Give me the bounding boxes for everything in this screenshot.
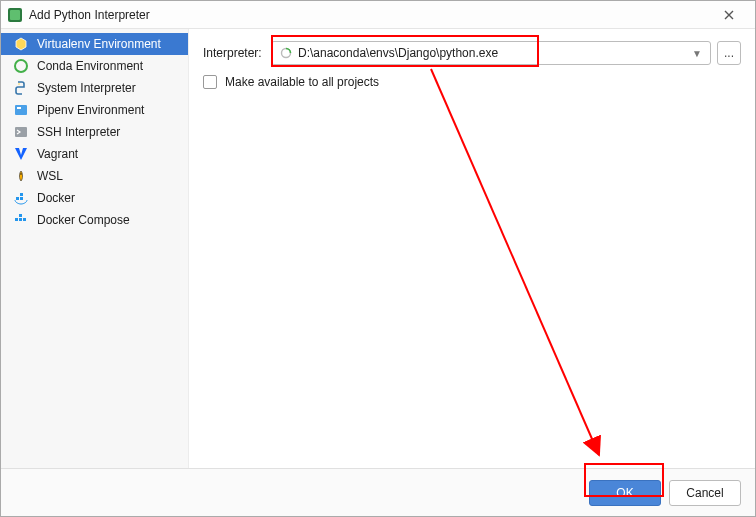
- interpreter-value: D:\anaconda\envs\Django\python.exe: [298, 46, 692, 60]
- ellipsis-label: ...: [724, 46, 734, 60]
- loading-spinner-icon: [280, 47, 292, 59]
- content-area: Virtualenv Environment Conda Environment…: [1, 29, 755, 468]
- sidebar-item-pipenv[interactable]: Pipenv Environment: [1, 99, 188, 121]
- vagrant-icon: [13, 146, 29, 162]
- virtualenv-icon: [13, 36, 29, 52]
- interpreter-combobox[interactable]: D:\anaconda\envs\Django\python.exe ▼: [271, 41, 711, 65]
- wsl-icon: [13, 168, 29, 184]
- svg-rect-11: [15, 218, 18, 221]
- app-icon: [7, 7, 23, 23]
- interpreter-label: Interpreter:: [203, 46, 271, 60]
- ok-label: OK: [616, 486, 633, 500]
- sidebar-item-label: WSL: [37, 169, 63, 183]
- sidebar-item-label: Vagrant: [37, 147, 78, 161]
- sidebar-item-label: Docker: [37, 191, 75, 205]
- main-panel: Interpreter: D:\anaconda\envs\Django\pyt…: [189, 29, 755, 468]
- sidebar-item-label: Conda Environment: [37, 59, 143, 73]
- cancel-button[interactable]: Cancel: [669, 480, 741, 506]
- conda-icon: [13, 58, 29, 74]
- footer: OK Cancel: [1, 468, 755, 516]
- sidebar-item-label: System Interpreter: [37, 81, 136, 95]
- docker-compose-icon: [13, 212, 29, 228]
- sidebar-item-wsl[interactable]: WSL: [1, 165, 188, 187]
- sidebar-item-label: Docker Compose: [37, 213, 130, 227]
- svg-point-3: [18, 83, 20, 85]
- pipenv-icon: [13, 102, 29, 118]
- svg-rect-9: [20, 197, 23, 200]
- svg-rect-14: [19, 214, 22, 217]
- svg-rect-4: [15, 105, 27, 115]
- browse-button[interactable]: ...: [717, 41, 741, 65]
- sidebar-item-label: Virtualenv Environment: [37, 37, 161, 51]
- sidebar-item-conda[interactable]: Conda Environment: [1, 55, 188, 77]
- sidebar-item-vagrant[interactable]: Vagrant: [1, 143, 188, 165]
- docker-icon: [13, 190, 29, 206]
- close-button[interactable]: [709, 2, 749, 28]
- make-available-checkbox[interactable]: [203, 75, 217, 89]
- titlebar: Add Python Interpreter: [1, 1, 755, 29]
- sidebar-item-label: SSH Interpreter: [37, 125, 120, 139]
- window-title: Add Python Interpreter: [29, 8, 709, 22]
- sidebar-item-system[interactable]: System Interpreter: [1, 77, 188, 99]
- svg-rect-10: [20, 193, 23, 196]
- sidebar-item-virtualenv[interactable]: Virtualenv Environment: [1, 33, 188, 55]
- svg-rect-1: [10, 10, 20, 20]
- interpreter-row: Interpreter: D:\anaconda\envs\Django\pyt…: [203, 41, 741, 65]
- svg-rect-8: [16, 197, 19, 200]
- sidebar-item-label: Pipenv Environment: [37, 103, 144, 117]
- make-available-row: Make available to all projects: [203, 75, 741, 89]
- ok-button[interactable]: OK: [589, 480, 661, 506]
- svg-point-7: [20, 173, 22, 175]
- dialog-window: Add Python Interpreter Virtualenv Enviro…: [0, 0, 756, 517]
- svg-rect-13: [23, 218, 26, 221]
- sidebar-item-docker-compose[interactable]: Docker Compose: [1, 209, 188, 231]
- sidebar: Virtualenv Environment Conda Environment…: [1, 29, 189, 468]
- python-icon: [13, 80, 29, 96]
- cancel-label: Cancel: [686, 486, 723, 500]
- sidebar-item-docker[interactable]: Docker: [1, 187, 188, 209]
- chevron-down-icon: ▼: [692, 48, 702, 59]
- svg-rect-12: [19, 218, 22, 221]
- svg-point-2: [15, 60, 27, 72]
- sidebar-item-ssh[interactable]: SSH Interpreter: [1, 121, 188, 143]
- ssh-icon: [13, 124, 29, 140]
- svg-rect-5: [17, 107, 21, 109]
- make-available-label: Make available to all projects: [225, 75, 379, 89]
